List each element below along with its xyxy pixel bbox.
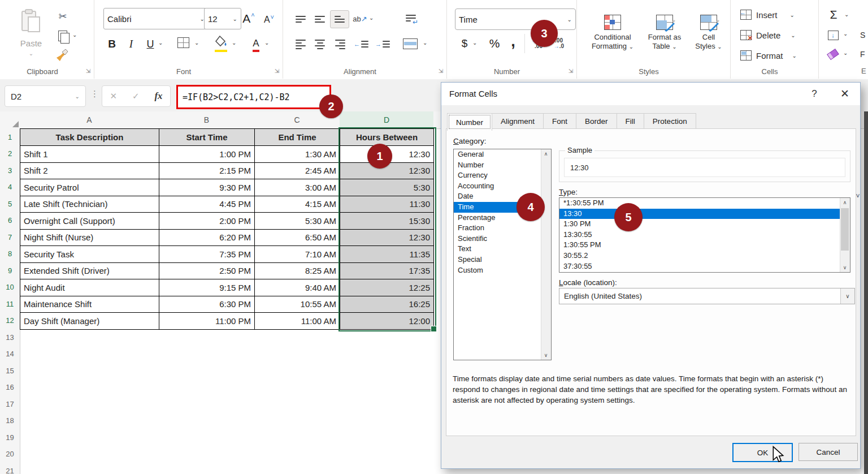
row-header-10[interactable]: 10 bbox=[0, 279, 21, 296]
orientation-caret-icon[interactable]: ⌄ bbox=[369, 15, 374, 21]
clipboard-dialog-launcher-icon[interactable]: ⇲ bbox=[85, 68, 92, 75]
table-cell-r7c3[interactable]: 6:50 AM bbox=[255, 230, 340, 247]
align-center-icon[interactable] bbox=[312, 37, 328, 51]
category-item-special[interactable]: Special bbox=[454, 255, 541, 265]
row-header-20[interactable]: 20 bbox=[0, 446, 20, 463]
cancel-entry-icon[interactable]: ✕ bbox=[110, 91, 117, 101]
row-header-11[interactable]: 11 bbox=[0, 296, 21, 313]
table-cell-r2c1[interactable]: Shift 1 bbox=[20, 146, 159, 163]
type-item-4[interactable]: 1:30:55 PM bbox=[559, 240, 840, 251]
row-header-8[interactable]: 8 bbox=[0, 245, 21, 263]
row-header-2[interactable]: 2 bbox=[0, 145, 21, 163]
comma-style-icon[interactable]: , bbox=[509, 32, 518, 51]
table-cell-r2c3[interactable]: 1:30 AM bbox=[255, 146, 340, 163]
formula-input[interactable]: =IF(B2>C2,C2+1,C2)-B2 bbox=[176, 85, 331, 109]
font-color-icon[interactable]: A bbox=[250, 35, 262, 52]
category-item-accounting[interactable]: Accounting bbox=[454, 181, 541, 192]
dialog-titlebar[interactable]: Format Cells ? ✕ bbox=[441, 83, 860, 105]
clear-caret-icon[interactable]: ⌄ bbox=[843, 50, 848, 56]
dialog-close-button[interactable]: ✕ bbox=[836, 87, 853, 101]
dialog-help-button[interactable]: ? bbox=[806, 87, 823, 101]
font-color-caret-icon[interactable]: ⌄ bbox=[264, 40, 269, 46]
copy-caret-icon[interactable]: ⌄ bbox=[72, 32, 77, 38]
column-header-B[interactable]: B bbox=[159, 111, 255, 129]
row-header-18[interactable]: 18 bbox=[0, 412, 20, 430]
fill-color-caret-icon[interactable]: ⌄ bbox=[232, 40, 236, 46]
insert-function-icon[interactable]: fx bbox=[154, 91, 162, 102]
underline-button[interactable]: U bbox=[144, 35, 157, 53]
table-cell-r12c4[interactable]: 12:00 bbox=[340, 313, 434, 330]
type-item-5[interactable]: 30:55.2 bbox=[559, 251, 840, 261]
table-cell-r10c4[interactable]: 12:25 bbox=[340, 279, 434, 296]
table-cell-r6c1[interactable]: Overnight Call (Support) bbox=[20, 213, 159, 230]
table-cell-r9c4[interactable]: 17:35 bbox=[340, 263, 434, 280]
category-scrollbar[interactable]: ∧ ∨ bbox=[541, 149, 551, 360]
fill-down-icon[interactable]: ↓ bbox=[826, 28, 840, 42]
column-header-A[interactable]: A bbox=[20, 111, 159, 129]
insert-cells-button[interactable]: ← Insert⌄ bbox=[740, 7, 795, 23]
type-item-1[interactable]: 13:30 bbox=[559, 209, 840, 219]
table-cell-r7c2[interactable]: 6:20 PM bbox=[159, 230, 255, 247]
cut-icon[interactable]: ✂ bbox=[55, 9, 70, 24]
category-list[interactable]: GeneralNumberCurrencyAccountingDateTimeP… bbox=[453, 149, 552, 360]
cancel-button[interactable]: Cancel bbox=[798, 443, 858, 461]
formula-bar-expand-icon[interactable]: ˅ bbox=[851, 192, 865, 205]
table-cell-r10c3[interactable]: 9:40 AM bbox=[255, 279, 340, 296]
table-cell-r4c2[interactable]: 9:30 PM bbox=[159, 179, 255, 196]
merge-center-caret-icon[interactable]: ⌄ bbox=[423, 40, 427, 46]
borders-caret-icon[interactable]: ⌄ bbox=[194, 40, 199, 46]
row-header-7[interactable]: 7 bbox=[0, 229, 21, 247]
row-header-14[interactable]: 14 bbox=[0, 346, 20, 363]
delete-cells-button[interactable]: ✕ Delete⌄ bbox=[740, 27, 796, 43]
cell-styles-button[interactable]: CellStyles ⌄ bbox=[691, 5, 727, 61]
scroll-up-icon[interactable]: ∧ bbox=[541, 149, 550, 158]
row-header-16[interactable]: 16 bbox=[0, 379, 20, 397]
percent-style-icon[interactable]: % bbox=[487, 35, 502, 52]
table-cell-r8c2[interactable]: 7:35 PM bbox=[159, 246, 255, 263]
accounting-caret-icon[interactable]: ⌄ bbox=[472, 40, 477, 46]
table-cell-r8c1[interactable]: Security Task bbox=[20, 246, 159, 263]
format-as-table-button[interactable]: Format asTable ⌄ bbox=[641, 5, 688, 61]
align-bottom-icon[interactable] bbox=[330, 10, 349, 28]
table-cell-r8c4[interactable]: 11:35 bbox=[340, 246, 434, 263]
table-cell-r3c2[interactable]: 2:15 PM bbox=[159, 163, 255, 180]
underline-caret-icon[interactable]: ⌄ bbox=[158, 40, 163, 46]
align-top-icon[interactable] bbox=[293, 12, 309, 26]
table-cell-r2c2[interactable]: 1:00 PM bbox=[159, 146, 255, 163]
table-cell-r7c4[interactable]: 12:30 bbox=[340, 230, 434, 247]
scroll-up-icon[interactable]: ∧ bbox=[840, 198, 849, 207]
tab-protection[interactable]: Protection bbox=[644, 113, 696, 129]
align-right-icon[interactable] bbox=[332, 37, 348, 51]
number-dialog-launcher-icon[interactable]: ⇲ bbox=[567, 68, 574, 75]
increase-indent-icon[interactable]: → bbox=[374, 37, 391, 51]
orientation-icon[interactable]: ab↗ bbox=[351, 10, 368, 27]
table-cell-r12c2[interactable]: 11:00 PM bbox=[159, 313, 255, 330]
row-header-19[interactable]: 19 bbox=[0, 429, 20, 447]
row-header-17[interactable]: 17 bbox=[0, 396, 20, 413]
table-cell-r10c1[interactable]: Night Audit bbox=[20, 279, 159, 296]
font-size-combo[interactable]: 12⌄ bbox=[204, 8, 241, 29]
category-item-currency[interactable]: Currency bbox=[454, 170, 541, 181]
table-header-1[interactable]: Task Description bbox=[20, 129, 159, 146]
borders-icon[interactable] bbox=[177, 37, 189, 48]
scroll-down-icon[interactable]: ∨ bbox=[541, 351, 550, 360]
locale-combo[interactable]: English (United States) ∨ bbox=[559, 288, 855, 304]
type-item-0[interactable]: *1:30:55 PM bbox=[559, 198, 840, 209]
table-cell-r5c4[interactable]: 11:30 bbox=[340, 196, 434, 213]
wrap-text-icon[interactable]: ↵ bbox=[402, 9, 419, 27]
autosum-caret-icon[interactable]: ⌄ bbox=[844, 11, 849, 18]
font-name-combo[interactable]: Calibri⌄ bbox=[103, 8, 209, 29]
tab-fill[interactable]: Fill bbox=[617, 113, 644, 129]
category-item-fraction[interactable]: Fraction bbox=[454, 223, 541, 234]
table-cell-r11c2[interactable]: 6:30 PM bbox=[159, 296, 255, 313]
table-cell-r8c3[interactable]: 7:10 AM bbox=[255, 246, 340, 263]
category-item-custom[interactable]: Custom bbox=[454, 265, 541, 276]
table-cell-r6c4[interactable]: 15:30 bbox=[340, 213, 434, 230]
category-item-number[interactable]: Number bbox=[454, 160, 541, 171]
row-header-13[interactable]: 13 bbox=[0, 329, 20, 347]
format-cells-button[interactable]: Format⌄ bbox=[740, 48, 797, 63]
type-item-6[interactable]: 37:30:55 bbox=[559, 261, 840, 272]
bold-button[interactable]: B bbox=[105, 35, 119, 53]
table-cell-r6c3[interactable]: 5:30 AM bbox=[255, 213, 340, 230]
shrink-font-button[interactable]: A˅ bbox=[260, 11, 278, 28]
